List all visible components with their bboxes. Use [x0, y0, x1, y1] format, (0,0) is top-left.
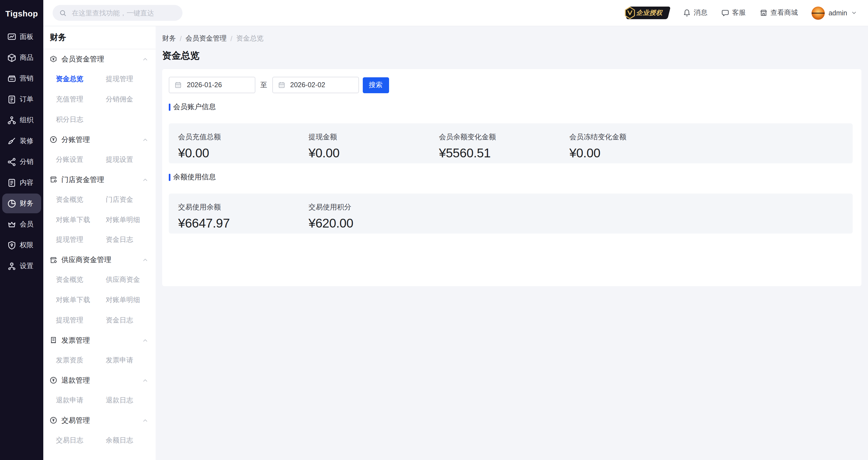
- sidebar-item-content[interactable]: 内容: [0, 172, 43, 193]
- submenu-item[interactable]: 资金概览: [43, 190, 93, 210]
- section-accent-bar: [169, 174, 170, 181]
- sidebar-item-label: 商品: [20, 53, 33, 62]
- stat-label: 会员余额变化金额: [439, 132, 569, 142]
- submenu-item[interactable]: 分账设置: [43, 150, 93, 170]
- submenu-item[interactable]: 提现管理: [43, 310, 93, 330]
- submenu-item[interactable]: 资金日志: [93, 310, 156, 330]
- customer-service-link[interactable]: 客服: [721, 8, 746, 18]
- search-button[interactable]: 搜索: [363, 77, 389, 93]
- submenu-item[interactable]: 余额日志: [93, 431, 156, 451]
- submenu-section-store-funds[interactable]: 门店资金管理: [43, 170, 156, 190]
- submenu-section-split-account[interactable]: 分账管理: [43, 130, 156, 150]
- breadcrumb-separator: /: [230, 35, 232, 42]
- sidebar-item-label: 内容: [20, 178, 33, 187]
- submenu-item[interactable]: 提现管理: [93, 69, 156, 89]
- chevron-up-icon: [142, 257, 149, 263]
- submenu-item[interactable]: 分销佣金: [93, 89, 156, 109]
- sidebar-item-goods[interactable]: 商品: [0, 47, 43, 68]
- share-nodes-icon: [7, 157, 17, 166]
- crown-icon: [7, 220, 17, 229]
- member-account-card: 会员充值总额 ¥0.00 提现金额 ¥0.00 会员余额变化金额 ¥5560.5…: [169, 123, 852, 163]
- breadcrumb-item[interactable]: 会员资金管理: [185, 34, 226, 43]
- app-logo: Tigshop: [0, 0, 43, 26]
- document-icon: [7, 178, 17, 187]
- chevron-up-icon: [142, 337, 149, 344]
- sidebar-item-permissions[interactable]: 权限: [0, 235, 43, 256]
- submenu-item-funds-overview[interactable]: 资金总览: [43, 69, 93, 89]
- submenu-section-refund[interactable]: 退款管理: [43, 370, 156, 391]
- date-to-input[interactable]: [289, 81, 353, 89]
- bell-icon: [683, 9, 691, 17]
- sidebar-item-organization[interactable]: 组织: [0, 110, 43, 131]
- breadcrumb-item[interactable]: 财务: [162, 34, 176, 43]
- chevron-up-icon: [142, 176, 149, 183]
- chevron-up-icon: [142, 56, 149, 63]
- submenu-item[interactable]: 积分日志: [43, 110, 93, 130]
- sidebar-item-label: 组织: [20, 115, 33, 125]
- messages-label: 消息: [694, 8, 708, 18]
- section-accent-bar: [169, 103, 170, 111]
- search-icon: [59, 9, 67, 17]
- shield-key-icon: [7, 240, 17, 250]
- hexagon-yen-icon: [49, 55, 58, 64]
- stat-label: 交易使用余额: [178, 202, 309, 212]
- submenu-item[interactable]: 退款申请: [43, 391, 93, 410]
- stat-withdraw-amount: 提现金额 ¥0.00: [309, 132, 439, 163]
- submenu-section-member-funds[interactable]: 会员资金管理: [43, 49, 156, 69]
- submenu-item[interactable]: 对账单下载: [43, 290, 93, 310]
- sidebar-item-orders[interactable]: 订单: [0, 89, 43, 110]
- submenu-item[interactable]: 充值管理: [43, 89, 93, 109]
- section-header-balance-usage: 余额使用信息: [169, 172, 852, 182]
- breadcrumb-item-current: 资金总览: [236, 34, 264, 43]
- calendar-icon: [278, 81, 285, 89]
- sidebar-item-label: 财务: [20, 199, 33, 208]
- submenu-item[interactable]: 交易日志: [43, 431, 93, 451]
- stat-value: ¥6647.97: [178, 216, 309, 231]
- sidebar-item-members[interactable]: 会员: [0, 214, 43, 235]
- sidebar-item-settings[interactable]: 设置: [0, 256, 43, 276]
- date-from-field[interactable]: [169, 77, 255, 93]
- sidebar-item-marketing[interactable]: 营销: [0, 68, 43, 89]
- submenu-item[interactable]: 资金概览: [43, 270, 93, 290]
- submenu-section-supplier-funds[interactable]: 供应商资金管理: [43, 250, 156, 270]
- submenu-item[interactable]: 门店资金: [93, 190, 156, 210]
- balance-usage-card: 交易使用余额 ¥6647.97 交易使用积分 ¥620.00: [169, 194, 852, 234]
- sidebar-item-label: 设置: [20, 261, 33, 270]
- sidebar-item-label: 分销: [20, 157, 33, 166]
- submenu-section-trade[interactable]: 交易管理: [43, 410, 156, 430]
- submenu-item[interactable]: 发票申请: [93, 350, 156, 370]
- date-to-field[interactable]: [272, 77, 359, 93]
- sidebar-item-label: 会员: [20, 220, 33, 229]
- submenu-item[interactable]: 对账单明细: [93, 210, 156, 230]
- document-icon: [7, 94, 17, 104]
- submenu-item[interactable]: 对账单明细: [93, 290, 156, 310]
- stat-label: 会员充值总额: [178, 132, 309, 142]
- submenu-item[interactable]: 提现设置: [93, 150, 156, 170]
- sidebar-item-distribution[interactable]: 分销: [0, 151, 43, 172]
- topbar: 企业授权 消息 客服 查看商城 admin: [43, 0, 868, 26]
- global-search[interactable]: [53, 5, 183, 21]
- search-input[interactable]: [71, 8, 176, 17]
- submenu-section-invoice[interactable]: 发票管理: [43, 330, 156, 350]
- sidebar-item-decoration[interactable]: 装修: [0, 131, 43, 151]
- messages-link[interactable]: 消息: [683, 8, 708, 18]
- submenu-item[interactable]: 对账单下载: [43, 210, 93, 230]
- chevron-up-icon: [142, 417, 149, 424]
- dashboard-icon: [7, 32, 17, 41]
- user-menu[interactable]: admin: [811, 6, 857, 20]
- date-range-to-label: 至: [260, 80, 267, 90]
- sidebar-item-finance[interactable]: 财务: [0, 193, 43, 214]
- submenu-item[interactable]: 提现管理: [43, 230, 93, 250]
- submenu-item[interactable]: 发票资质: [43, 350, 93, 370]
- stat-value: ¥5560.51: [439, 146, 569, 161]
- storefront-icon: [760, 9, 768, 17]
- submenu-item[interactable]: 退款日志: [93, 391, 156, 410]
- sidebar-item-dashboard[interactable]: 面板: [0, 26, 43, 47]
- date-from-input[interactable]: [186, 81, 250, 89]
- stat-frozen-change: 会员冻结变化金额 ¥0.00: [569, 132, 700, 163]
- submenu-item[interactable]: 供应商资金: [93, 270, 156, 290]
- enterprise-license-badge[interactable]: 企业授权: [623, 7, 669, 19]
- view-shop-link[interactable]: 查看商城: [760, 8, 798, 18]
- sidebar-item-label: 营销: [20, 74, 33, 83]
- submenu-item[interactable]: 资金日志: [93, 230, 156, 250]
